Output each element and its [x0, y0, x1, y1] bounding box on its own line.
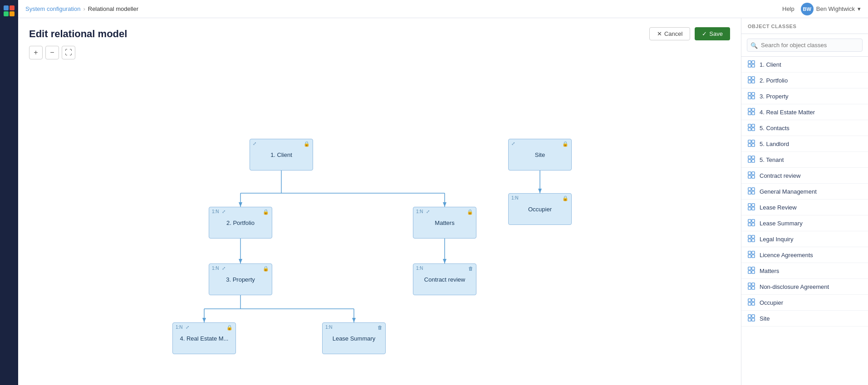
save-button[interactable]: ✓ Save — [695, 27, 730, 40]
node-portfolio[interactable]: 1:N ⤢ 🔒 2. Portfolio — [209, 207, 272, 239]
canvas-diagram[interactable]: ⤢ 🔒 1. Client ⤢ 🔒 Site — [18, 64, 741, 385]
cardinality-badge: 1:N — [212, 266, 219, 271]
svg-rect-82 — [748, 287, 751, 289]
panel-item[interactable]: Occupier — [741, 295, 868, 311]
svg-rect-67 — [752, 223, 755, 226]
panel-item[interactable]: Site — [741, 311, 868, 327]
panel-item[interactable]: 5. Tenant — [741, 152, 868, 168]
panel-item-label: 5. Contacts — [760, 125, 790, 132]
expand-icon: ⤢ — [186, 325, 189, 330]
svg-rect-53 — [752, 172, 755, 175]
svg-rect-61 — [752, 204, 755, 206]
svg-rect-31 — [752, 80, 755, 83]
cancel-button[interactable]: ✕ Cancel — [649, 27, 690, 40]
breadcrumb-separator: › — [83, 5, 85, 12]
panel-item[interactable]: 5. Landlord — [741, 136, 868, 152]
node-label: 2. Portfolio — [225, 218, 256, 228]
object-class-icon — [748, 108, 756, 116]
object-class-icon — [748, 314, 756, 322]
svg-rect-75 — [752, 255, 755, 258]
svg-rect-50 — [748, 160, 751, 162]
canvas-toolbar: + − ⛶ — [18, 46, 741, 64]
object-class-icon — [748, 283, 756, 291]
node-site[interactable]: ⤢ 🔒 Site — [508, 139, 572, 171]
search-icon: 🔍 — [750, 42, 758, 49]
object-class-icon — [748, 203, 756, 211]
node-lease-summary[interactable]: 1:N 🗑 Lease Summary — [322, 322, 386, 354]
panel-item-label: Lease Summary — [760, 220, 803, 227]
panel-item[interactable]: 5. Contacts — [741, 120, 868, 136]
svg-rect-47 — [752, 144, 755, 146]
avatar: BW — [801, 3, 814, 15]
node-matters[interactable]: 1:N ⤢ 🔒 Matters — [413, 207, 476, 239]
object-class-icon — [748, 267, 756, 275]
svg-marker-22 — [202, 318, 206, 322]
svg-rect-90 — [748, 318, 751, 321]
svg-rect-86 — [748, 302, 751, 305]
svg-marker-23 — [352, 318, 356, 322]
zoom-out-button[interactable]: − — [45, 46, 59, 59]
panel-item-label: General Management — [760, 188, 817, 195]
node-real-estate[interactable]: 1:N ⤢ 🔒 4. Real Estate M... — [172, 322, 236, 354]
svg-rect-34 — [748, 96, 751, 99]
panel-item[interactable]: 1. Client — [741, 57, 868, 73]
canvas-area: Edit relational model ✕ Cancel ✓ Save + … — [18, 18, 741, 385]
svg-rect-25 — [752, 61, 755, 63]
panel-item-label: 4. Real Estate Matter — [760, 109, 815, 116]
panel-item[interactable]: Lease Summary — [741, 215, 868, 231]
expand-icon: ⤢ — [511, 141, 515, 146]
svg-rect-45 — [752, 140, 755, 143]
svg-rect-59 — [752, 191, 755, 194]
lock-icon: 🔒 — [263, 209, 269, 215]
panel-item[interactable]: Legal Inquiry — [741, 231, 868, 247]
panel-item[interactable]: 3. Property — [741, 88, 868, 104]
panel-item-label: Occupier — [760, 299, 783, 306]
node-property[interactable]: 1:N ⤢ 🔒 3. Property — [209, 263, 272, 295]
trash-icon: 🗑 — [468, 266, 473, 271]
panel-item[interactable]: 4. Real Estate Matter — [741, 104, 868, 120]
check-icon: ✓ — [702, 30, 707, 37]
search-input[interactable] — [747, 39, 863, 52]
panel-item[interactable]: Matters — [741, 263, 868, 279]
breadcrumb-system-config[interactable]: System configuration — [25, 5, 80, 12]
zoom-in-button[interactable]: + — [29, 46, 43, 59]
app-logo[interactable] — [3, 5, 15, 17]
svg-rect-87 — [752, 302, 755, 305]
node-occupier[interactable]: 1:N 🔒 Occupier — [508, 193, 572, 225]
svg-rect-41 — [752, 124, 755, 127]
expand-icon: ⤢ — [222, 266, 226, 271]
panel-item-label: Contract review — [760, 172, 800, 179]
panel-item[interactable]: Contract review — [741, 168, 868, 184]
user-menu[interactable]: BW Ben Wightwick ▾ — [801, 3, 861, 15]
panel-item[interactable]: 2. Portfolio — [741, 73, 868, 88]
svg-rect-85 — [752, 299, 755, 302]
svg-rect-39 — [752, 112, 755, 115]
panel-item[interactable]: General Management — [741, 184, 868, 200]
svg-rect-57 — [752, 188, 755, 190]
object-class-icon — [748, 92, 756, 100]
trash-icon: 🗑 — [378, 325, 383, 330]
object-class-icon — [748, 171, 756, 180]
panel-item-label: 2. Portfolio — [760, 77, 788, 84]
fit-view-button[interactable]: ⛶ — [62, 46, 75, 59]
panel-item-label: 1. Client — [760, 61, 781, 68]
cardinality-badge: 1:N — [212, 209, 219, 214]
breadcrumb: System configuration › Relational modell… — [25, 5, 138, 12]
node-contract-review[interactable]: 1:N 🗑 Contract review — [413, 263, 476, 295]
node-label: Lease Summary — [331, 333, 378, 344]
chevron-down-icon: ▾ — [858, 5, 861, 12]
panel-item[interactable]: Lease Review — [741, 200, 868, 215]
panel-item[interactable]: Non-disclosure Agreement — [741, 279, 868, 295]
svg-rect-64 — [748, 219, 751, 222]
svg-rect-35 — [752, 96, 755, 99]
cardinality-badge: 1:N — [325, 325, 333, 330]
svg-rect-80 — [748, 283, 751, 286]
svg-rect-76 — [748, 267, 751, 270]
help-link[interactable]: Help — [782, 5, 794, 12]
lock-icon: 🔒 — [226, 325, 233, 331]
node-client[interactable]: ⤢ 🔒 1. Client — [250, 139, 313, 171]
svg-rect-70 — [748, 239, 751, 242]
svg-rect-73 — [752, 251, 755, 254]
svg-rect-46 — [748, 144, 751, 146]
panel-item[interactable]: Licence Agreements — [741, 247, 868, 263]
